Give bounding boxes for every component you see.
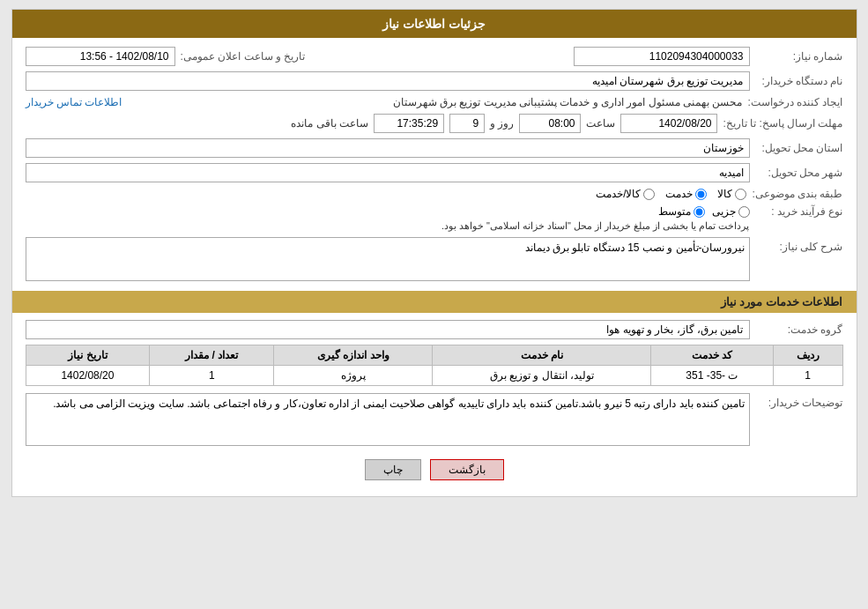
description-label: شرح کلی نیاز:	[755, 237, 843, 253]
creator-row: ایجاد کننده درخواست: محسن بهمنی مسئول ام…	[26, 96, 843, 108]
category-radio-kala[interactable]	[735, 189, 746, 200]
action-buttons: بازگشت چاپ	[26, 459, 843, 480]
deadline-time-input[interactable]	[519, 114, 581, 133]
category-radio-group: کالا خدمت کالا/خدمت	[596, 188, 746, 200]
category-label-kala: کالا	[717, 188, 732, 200]
buyer-notes-label: توضیحات خریدار:	[755, 393, 843, 409]
table-row: 1 ت -35- 351 تولید، انتقال و توزیع برق پ…	[26, 366, 842, 386]
col-row: ردیف	[773, 345, 842, 366]
announce-date-label: تاریخ و ساعت اعلان عمومی:	[181, 50, 306, 63]
deadline-row: مهلت ارسال پاسخ: تا تاریخ: ساعت روز و سا…	[26, 114, 843, 133]
city-input[interactable]	[26, 163, 750, 182]
deadline-label: مهلت ارسال پاسخ: تا تاریخ:	[723, 117, 842, 130]
description-row: شرح کلی نیاز:	[26, 237, 843, 284]
page-container: جزئیات اطلاعات نیاز شماره نیاز: تاریخ و …	[11, 9, 857, 497]
content-area: شماره نیاز: تاریخ و ساعت اعلان عمومی: نا…	[12, 38, 857, 496]
services-section-header: اطلاعات خدمات مورد نیاز	[12, 291, 857, 313]
process-radio-jozii[interactable]	[738, 206, 750, 218]
deadline-remaining-input[interactable]	[374, 114, 444, 133]
col-unit: واحد اندازه گیری	[274, 345, 433, 366]
category-option-kala-khadamat: کالا/خدمت	[596, 188, 655, 200]
buyer-notes-textarea[interactable]	[26, 393, 750, 446]
buyer-name-row: نام دستگاه خریدار:	[26, 71, 843, 91]
province-input[interactable]	[26, 138, 750, 158]
col-count: تعداد / مقدار	[150, 345, 274, 366]
process-row: نوع فرآیند خرید : جزیی متوسط پرداخت تمام…	[26, 205, 843, 232]
category-row: طبقه بندی موضوعی: کالا خدمت کالا/خدمت	[26, 188, 843, 200]
creator-label: ایجاد کننده درخواست:	[747, 96, 842, 108]
process-label-jozii: جزیی	[712, 205, 736, 218]
category-option-khadamat: خدمت	[665, 188, 707, 200]
services-table: ردیف کد خدمت نام خدمت واحد اندازه گیری ت…	[26, 345, 843, 386]
description-textarea[interactable]	[26, 237, 750, 281]
deadline-remaining-label: ساعت باقی مانده	[291, 117, 368, 130]
creator-value: محسن بهمنی مسئول امور اداری و خدمات پشتی…	[127, 96, 742, 108]
province-row: استان محل تحویل:	[26, 138, 843, 158]
category-label-khadamat: خدمت	[665, 188, 693, 200]
col-name: نام خدمت	[433, 345, 650, 366]
process-label: نوع فرآیند خرید :	[755, 205, 843, 218]
deadline-date-input[interactable]	[620, 114, 717, 133]
deadline-day-label: روز و	[490, 117, 514, 130]
services-header-text: اطلاعات خدمات مورد نیاز	[721, 295, 843, 308]
city-row: شهر محل تحویل:	[26, 163, 843, 182]
process-option-motavasset: متوسط	[658, 205, 705, 218]
table-header-row: ردیف کد خدمت نام خدمت واحد اندازه گیری ت…	[26, 345, 842, 366]
process-note: پرداخت تمام یا بخشی از مبلغ خریدار از مح…	[26, 220, 750, 232]
category-option-kala: کالا	[717, 188, 746, 200]
category-label-kala-khadamat: کالا/خدمت	[596, 188, 641, 200]
service-group-row: گروه خدمت:	[26, 320, 843, 339]
description-wrapper	[26, 237, 750, 284]
cell-date: 1402/08/20	[26, 366, 150, 386]
process-radio-line: جزیی متوسط	[26, 205, 750, 218]
request-number-label: شماره نیاز:	[755, 50, 843, 63]
announce-date-input[interactable]	[26, 47, 175, 66]
cell-code: ت -35- 351	[650, 366, 773, 386]
print-button[interactable]: چاپ	[365, 459, 421, 480]
service-group-label: گروه خدمت:	[755, 323, 843, 336]
province-label: استان محل تحویل:	[755, 142, 843, 154]
process-radio-motavasset[interactable]	[694, 206, 705, 218]
page-title: جزئیات اطلاعات نیاز	[382, 17, 486, 31]
col-code: کد خدمت	[650, 345, 773, 366]
buyer-name-input[interactable]	[26, 71, 750, 91]
cell-count: 1	[150, 366, 274, 386]
deadline-time-label: ساعت	[586, 117, 615, 130]
page-header: جزئیات اطلاعات نیاز	[12, 10, 857, 38]
back-button[interactable]: بازگشت	[430, 459, 504, 480]
process-option-jozii: جزیی	[712, 205, 750, 218]
col-date: تاریخ نیاز	[26, 345, 150, 366]
buyer-name-label: نام دستگاه خریدار:	[755, 75, 843, 87]
city-label: شهر محل تحویل:	[755, 167, 843, 179]
cell-unit: پروژه	[274, 366, 433, 386]
service-group-input[interactable]	[26, 320, 750, 339]
process-content: جزیی متوسط پرداخت تمام یا بخشی از مبلغ خ…	[26, 205, 750, 232]
request-number-input[interactable]	[574, 47, 750, 66]
category-radio-kala-khadamat[interactable]	[643, 189, 655, 200]
process-label-motavasset: متوسط	[658, 205, 691, 218]
buyer-notes-wrapper	[26, 393, 750, 449]
category-label: طبقه بندی موضوعی:	[752, 188, 842, 200]
deadline-days-input[interactable]	[449, 114, 485, 133]
category-radio-khadamat[interactable]	[695, 189, 707, 200]
request-number-row: شماره نیاز: تاریخ و ساعت اعلان عمومی:	[26, 47, 843, 66]
buyer-notes-row: توضیحات خریدار:	[26, 393, 843, 449]
cell-name: تولید، انتقال و توزیع برق	[433, 366, 650, 386]
contact-link[interactable]: اطلاعات تماس خریدار	[26, 96, 122, 108]
cell-row: 1	[773, 366, 842, 386]
